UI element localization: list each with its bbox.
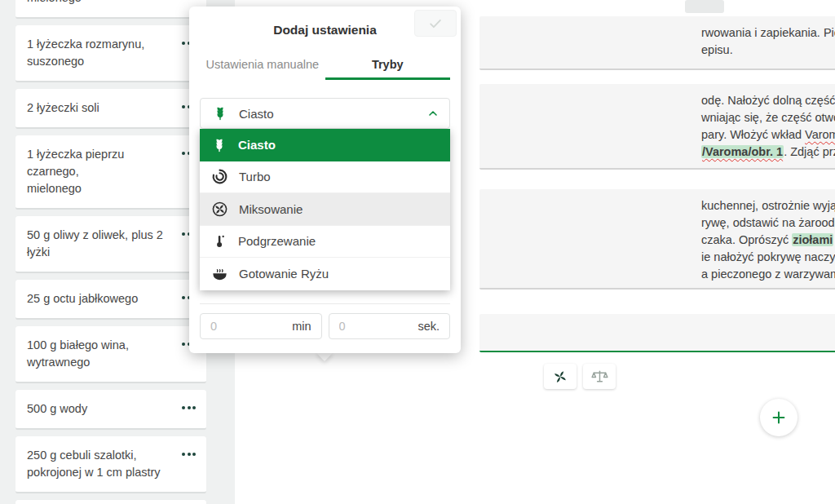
rice-icon [211,265,228,282]
wheat-icon [212,105,228,122]
min-input[interactable] [210,320,259,333]
step-text: kuchennej, ostrożnie wyjąć naczynie do s… [701,197,835,283]
unit-label: sek. [418,320,440,333]
ingredient-text: 100 g białego wina, [27,337,170,354]
add-step-button[interactable] [760,399,797,436]
step-text-segment: rywę, odstawić na żaroodporną powierzchn… [701,216,835,229]
ingredient-text: łyżki [27,244,170,261]
wheat-icon [211,137,228,153]
tab-tryby[interactable]: Tryby [325,49,451,80]
time-row: minsek. [200,313,450,339]
step-text-segment: episu. [701,43,733,56]
modal-tabs: Ustawienia manualneTryby [200,49,450,80]
step-row [479,314,835,352]
scale-button[interactable] [583,364,616,389]
mode-option-label: Turbo [239,170,271,183]
sek-field[interactable]: sek. [329,313,451,339]
heating-icon [211,233,228,250]
mode-select[interactable]: Ciasto [200,98,450,129]
step-text-segment: rwowania i zapiekania. Piec 30 min (250°… [701,26,835,39]
ingredient-reference: /Varoma/obr. 1 [701,145,784,158]
ingredient-text: mielonego [27,0,170,7]
mode-option-label: Ciasto [238,138,276,152]
mode-menu: CiastoTurboMiksowaniePodgrzewanieGotowan… [200,129,450,290]
check-icon [427,15,444,32]
step-text-segment: wniając się, że część otworów pozostała … [701,111,835,124]
step-text-segment: pary. Włożyć wkład [701,128,805,141]
ingredient-item[interactable]: 1 łyżeczka rozmarynu,suszonego [15,25,206,82]
ingredient-list: mielonego1 łyżeczka rozmarynu,suszonego2… [15,0,206,504]
step-text-segment: a pieczonego z warzywami podawać jako da… [701,267,835,281]
step-text: odę. Nałożyć dolną część przystawki Varo… [701,92,835,161]
modal-confirm-button[interactable] [414,10,457,37]
mode-option-turbo[interactable]: Turbo [200,161,450,194]
ingredient-text: 1 łyżeczka pieprzu czarnego, [27,146,170,180]
mixing-icon [211,201,228,218]
step-card[interactable]: odę. Nałożyć dolną część przystawki Varo… [479,84,835,170]
mode-option-label: Gotowanie Ryżu [239,267,329,281]
ingredient-text: wytrawnego [27,354,170,371]
mode-option-label: Podgrzewanie [238,234,316,248]
ingredient-text: 250 g cebuli szalotki, [27,447,170,464]
step-row: rwowania i zapiekania. Piec 30 min (250°… [479,16,835,70]
ingredient-text: suszonego [27,53,170,70]
step-text-segment: . Zdjąć przystawkę [784,145,835,158]
chevron-up-icon [426,107,440,120]
step-text-segment: czaka. Oprószyć [701,233,792,246]
ingredient-item[interactable]: 50 g oliwy z oliwek, plus 2łyżki [15,216,206,273]
ingredient-text: pokrojonej w 1 cm plastry [27,464,170,481]
step-card[interactable]: rwowania i zapiekania. Piec 30 min (250°… [479,16,835,70]
ingredient-text: 500 g wody [27,400,170,418]
tab-ustawienia-manualne[interactable]: Ustawienia manualne [200,49,325,80]
mode-option-miksowanie[interactable]: Miksowanie [200,193,450,226]
ingredient-text: 50 g oliwy z oliwek, plus 2 [27,227,170,244]
mode-option-ciasto[interactable]: Ciasto [200,129,450,161]
mode-select-value: Ciasto [239,107,426,121]
min-field[interactable]: min [200,313,322,339]
ingredient-item[interactable]: 25 g octu jabłkowego [15,280,206,320]
blade-icon [551,368,569,386]
partial-element [685,0,724,13]
mode-option-gotowanie-ryżu[interactable]: Gotowanie Ryżu [200,258,450,290]
step-text-segment: Varomy [805,128,835,141]
sek-input[interactable] [339,320,388,333]
step-text-segment: kuchennej, ostrożnie wyjąć naczynie do s… [701,199,835,212]
ingredient-item[interactable]: 250 g ziemniaków,pokrojonych w 2 cm plas… [15,500,206,504]
scale-icon [590,367,609,386]
ingredient-item[interactable]: 2 łyżeczki soli [15,89,206,129]
unit-label: min [292,320,311,333]
ingredient-item[interactable]: 1 łyżeczka pieprzu czarnego,mielonego [15,135,206,210]
ingredient-text: 1 łyżeczka rozmarynu, [27,36,170,53]
ingredient-item[interactable]: 500 g wody [15,390,206,430]
ingredient-item[interactable]: 250 g cebuli szalotki,pokrojonej w 1 cm … [15,436,206,493]
step-row: odę. Nałożyć dolną część przystawki Varo… [479,84,835,170]
overflow-menu-icon[interactable] [182,453,196,456]
divider [200,303,450,304]
step-card[interactable]: kuchennej, ostrożnie wyjąć naczynie do s… [479,189,835,290]
mode-option-label: Miksowanie [239,202,303,216]
recipe-editor: mielonego1 łyżeczka rozmarynu,suszonego2… [0,0,835,504]
step-text-segment: ie nałożyć pokrywę naczynia do serwowani… [701,250,835,263]
plus-icon [770,409,788,427]
ingredient-text: 2 łyżeczki soli [27,99,170,117]
step-text: rwowania i zapiekania. Piec 30 min (250°… [701,24,835,59]
blade-button[interactable] [544,364,577,389]
ingredient-item[interactable]: 100 g białego wina,wytrawnego [15,326,206,383]
step-row: kuchennej, ostrożnie wyjąć naczynie do s… [479,189,835,290]
overflow-menu-icon[interactable] [182,406,196,409]
ingredient-text: mielonego [27,180,170,197]
turbo-icon [211,168,228,185]
add-settings-modal: Dodaj ustawienia Ustawienia manualneTryb… [189,7,461,353]
ingredient-item[interactable]: mielonego [15,0,206,19]
step-text-segment: odę. Nałożyć dolną część przystawki [701,94,835,107]
ingredient-text: 25 g octu jabłkowego [27,290,170,307]
ingredient-reference: ziołami [792,233,833,246]
mode-option-podgrzewanie[interactable]: Podgrzewanie [200,226,450,259]
step-input-field[interactable] [479,314,835,352]
